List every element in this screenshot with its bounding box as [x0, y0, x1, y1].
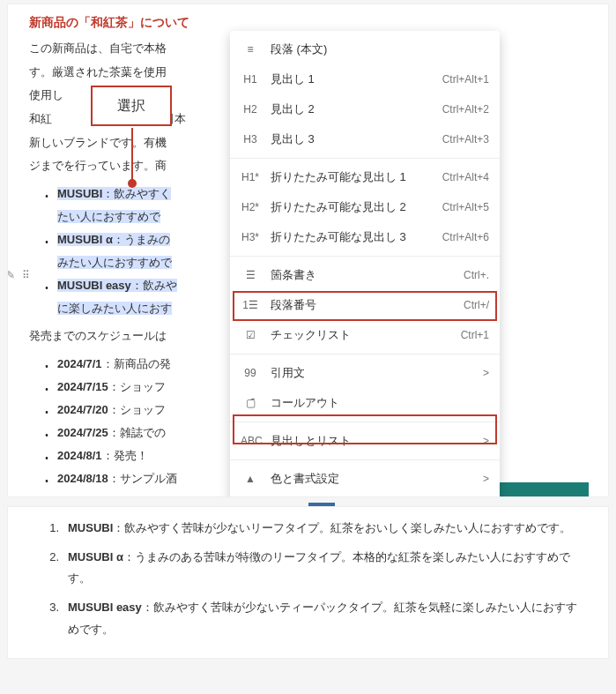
block-gutter[interactable]: ✎ ⠿: [7, 269, 30, 281]
callout-label: 選択: [117, 97, 145, 116]
h1-icon: H1: [241, 73, 260, 86]
drag-handle-icon[interactable]: ⠿: [22, 269, 30, 281]
product-name: MUSUBI α: [57, 233, 113, 246]
h3-icon: H3: [241, 133, 260, 146]
numbered-list-icon: 1☰: [241, 299, 260, 311]
menu-h2[interactable]: H2見出し 2Ctrl+Alt+2: [230, 94, 500, 124]
h2-icon: H2: [241, 103, 260, 116]
menu-separator: [230, 422, 500, 422]
list-item: 2. MUSUBI α：うまみのある苦味が特徴のリーフタイプ。本格的な紅茶を楽し…: [43, 547, 587, 590]
product-name: MUSUBI: [68, 521, 113, 534]
menu-separator: [230, 459, 500, 460]
checklist-icon: ☑: [241, 329, 260, 341]
bullet-list-icon: ☰: [241, 269, 260, 281]
editor-panel: 新商品の「和紅茶」について この新商品は、自宅で本格 で す。厳選された茶葉を使…: [7, 4, 609, 497]
menu-checklist[interactable]: ☑チェックリストCtrl+1: [230, 320, 500, 350]
menu-numbered-list[interactable]: 1☰段落番号Ctrl+/: [230, 290, 500, 320]
menu-collapse-h3[interactable]: H3*折りたたみ可能な見出し 3Ctrl+Alt+6: [230, 222, 500, 252]
menu-paragraph[interactable]: ≡段落 (本文): [230, 34, 500, 64]
menu-callout[interactable]: ▢̄コールアウト: [230, 388, 500, 418]
list-number: 2.: [43, 547, 59, 590]
chevron-right-icon: >: [483, 435, 489, 447]
list-item: 1. MUSUBI：飲みやすく苦味が少ないリーフタイプ。紅茶をおいしく楽しみたい…: [43, 518, 587, 540]
product-name: MUSUBI easy: [57, 279, 131, 292]
paragraph-style-menu[interactable]: ≡段落 (本文) H1見出し 1Ctrl+Alt+1 H2見出し 2Ctrl+A…: [230, 31, 500, 497]
color-format-icon: ▲: [241, 473, 260, 485]
collapse-h2-icon: H2*: [241, 201, 260, 213]
bullet-icon: •: [36, 228, 57, 251]
paragraph-icon: ≡: [241, 43, 260, 56]
product-name: MUSUBI: [57, 187, 102, 200]
headings-lists-icon: ABC: [241, 435, 260, 447]
callout-connector: [131, 128, 133, 181]
callout-icon: ▢̄: [241, 397, 260, 409]
bullet-icon: •: [36, 274, 57, 297]
chevron-right-icon: >: [483, 473, 489, 485]
menu-color-format[interactable]: ▲色と書式設定>: [230, 464, 500, 494]
callout-anchor: [128, 179, 137, 188]
collapse-h1-icon: H1*: [241, 171, 260, 183]
product-name: MUSUBI easy: [68, 601, 142, 614]
menu-separator: [230, 354, 500, 354]
bullet-icon: •: [36, 183, 57, 205]
menu-quote[interactable]: 99引用文>: [230, 358, 500, 388]
list-number: 1.: [43, 518, 59, 540]
quote-icon: 99: [241, 367, 260, 379]
doc-heading: 新商品の「和紅茶」について: [29, 15, 587, 31]
menu-collapse-h1[interactable]: H1*折りたたみ可能な見出し 1Ctrl+Alt+4: [230, 162, 500, 192]
selection-callout: 選択: [91, 86, 172, 126]
menu-collapse-h2[interactable]: H2*折りたたみ可能な見出し 2Ctrl+Alt+5: [230, 192, 500, 222]
menu-h3[interactable]: H3見出し 3Ctrl+Alt+3: [230, 124, 500, 154]
comment-icon[interactable]: ✎: [7, 269, 15, 281]
list-number: 3.: [43, 597, 59, 640]
product-name: MUSUBI α: [68, 550, 123, 563]
menu-h1[interactable]: H1見出し 1Ctrl+Alt+1: [230, 64, 500, 94]
menu-separator: [230, 158, 500, 159]
list-item: 3. MUSUBI easy：飲みやすく苦味が少ないティーパックタイプ。紅茶を気…: [43, 597, 587, 640]
menu-separator: [230, 256, 500, 257]
collapse-h3-icon: H3*: [241, 231, 260, 243]
menu-headings-lists[interactable]: ABC見出しとリスト>: [230, 426, 500, 456]
result-panel: 1. MUSUBI：飲みやすく苦味が少ないリーフタイプ。紅茶をおいしく楽しみたい…: [7, 506, 609, 659]
menu-bullet-list[interactable]: ☰箇条書きCtrl+.: [230, 260, 500, 290]
numbered-list: 1. MUSUBI：飲みやすく苦味が少ないリーフタイプ。紅茶をおいしく楽しみたい…: [43, 518, 587, 640]
